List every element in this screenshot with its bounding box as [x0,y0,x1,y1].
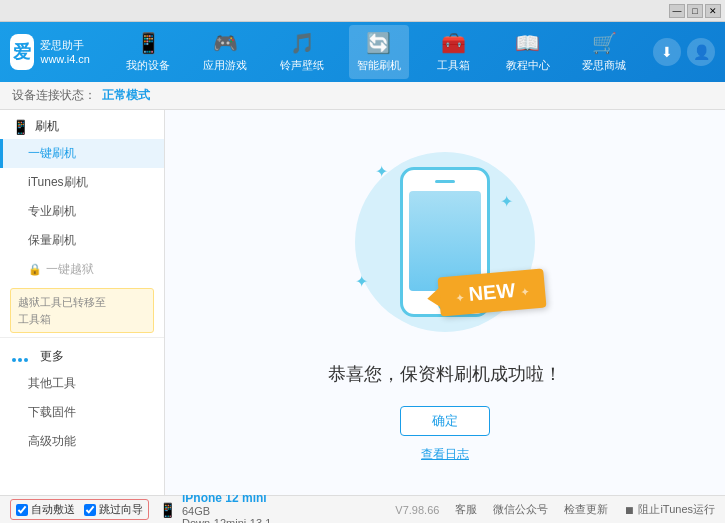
store-icon: 🛒 [592,31,617,55]
app-games-label: 应用游戏 [203,58,247,73]
device-info: 📱 iPhone 12 mini 64GB Down-12mini-13,1 [159,491,271,524]
skip-wizard-input[interactable] [84,504,96,516]
more-section-label: 更多 [40,348,64,365]
checkbox-group: 自动敷送 跳过向导 [10,499,149,520]
stop-itunes-icon: ⏹ [624,504,635,516]
device-model: Down-12mini-13,1 [182,517,271,524]
nav-store[interactable]: 🛒 爱思商城 [574,25,634,79]
more-section-icon [12,349,34,365]
maximize-button[interactable]: □ [687,4,703,18]
tutorial-icon: 📖 [515,31,540,55]
phone-illustration: ✦ ✦ ✦ ✦ NEW ✦ [345,142,545,342]
close-button[interactable]: ✕ [705,4,721,18]
app-games-icon: 🎮 [213,31,238,55]
sidebar-pro-flash[interactable]: 专业刷机 [0,197,164,226]
logo-text: 爱思助手 www.i4.cn [40,38,90,67]
auto-send-input[interactable] [16,504,28,516]
status-bar: 设备连接状态： 正常模式 [0,82,725,110]
download-button[interactable]: ⬇ [653,38,681,66]
account-button[interactable]: 👤 [687,38,715,66]
sidebar: 📱 刷机 一键刷机 iTunes刷机 专业刷机 保量刷机 🔒 一键越狱 越狱工具… [0,110,165,495]
sidebar-download-fw[interactable]: 下载固件 [0,398,164,427]
logo-icon: 爱 [10,34,34,70]
jailbreak-label: 一键越狱 [46,261,94,278]
stop-itunes-label: 阻止iTunes运行 [638,502,715,517]
flash-section-icon: 📱 [12,119,29,135]
sidebar-itunes-flash[interactable]: iTunes刷机 [0,168,164,197]
sidebar-notice: 越狱工具已转移至工具箱 [10,288,154,333]
auto-send-checkbox[interactable]: 自动敷送 [16,502,75,517]
bottom-bar: 自动敷送 跳过向导 📱 iPhone 12 mini 64GB Down-12m… [0,495,725,523]
toolbox-icon: 🧰 [441,31,466,55]
nav-tutorial[interactable]: 📖 教程中心 [498,25,558,79]
version-label: V7.98.66 [395,504,439,516]
toolbox-label: 工具箱 [437,58,470,73]
auto-send-label: 自动敷送 [31,502,75,517]
ringtones-label: 铃声壁纸 [280,58,324,73]
bottom-right: V7.98.66 客服 微信公众号 检查更新 ⏹ 阻止iTunes运行 [395,502,715,517]
device-storage: 64GB [182,505,271,517]
nav-app-games[interactable]: 🎮 应用游戏 [195,25,255,79]
more-section-title: 更多 [0,342,164,369]
sidebar-advanced[interactable]: 高级功能 [0,427,164,456]
lock-icon: 🔒 [28,263,42,276]
header-right: ⬇ 👤 [653,38,715,66]
new-badge: ✦ NEW ✦ [438,268,547,316]
header: 爱 爱思助手 www.i4.cn 📱 我的设备 🎮 应用游戏 🎵 铃声壁纸 🔄 … [0,22,725,82]
nav-toolbox[interactable]: 🧰 工具箱 [426,25,481,79]
status-label: 设备连接状态： [12,87,96,104]
check-update-link[interactable]: 检查更新 [564,502,608,517]
device-phone-icon: 📱 [159,502,176,518]
my-device-label: 我的设备 [126,58,170,73]
bottom-left: 自动敷送 跳过向导 📱 iPhone 12 mini 64GB Down-12m… [10,491,271,524]
content-area: ✦ ✦ ✦ ✦ NEW ✦ 恭喜您，保资料刷机成功啦！ 确定 查看日志 [165,110,725,495]
skip-wizard-checkbox[interactable]: 跳过向导 [84,502,143,517]
support-link[interactable]: 客服 [455,502,477,517]
sidebar-jailbreak: 🔒 一键越狱 [0,255,164,284]
sidebar-one-key-flash[interactable]: 一键刷机 [0,139,164,168]
logo[interactable]: 爱 爱思助手 www.i4.cn [10,34,90,70]
stop-itunes-button[interactable]: ⏹ 阻止iTunes运行 [624,502,715,517]
main-layout: 📱 刷机 一键刷机 iTunes刷机 专业刷机 保量刷机 🔒 一键越狱 越狱工具… [0,110,725,495]
store-label: 爱思商城 [582,58,626,73]
status-value: 正常模式 [102,87,150,104]
nav-ringtones[interactable]: 🎵 铃声壁纸 [272,25,332,79]
minimize-button[interactable]: — [669,4,685,18]
wechat-link[interactable]: 微信公众号 [493,502,548,517]
smart-flash-icon: 🔄 [366,31,391,55]
sparkle-3: ✦ [355,272,368,291]
sparkle-1: ✦ [375,162,388,181]
ringtones-icon: 🎵 [290,31,315,55]
sparkle-2: ✦ [500,192,513,211]
title-bar: — □ ✕ [0,0,725,22]
flash-section-label: 刷机 [35,118,59,135]
sidebar-divider [0,337,164,338]
success-message: 恭喜您，保资料刷机成功啦！ [328,362,562,386]
tutorial-label: 教程中心 [506,58,550,73]
phone-speaker [435,180,455,183]
confirm-button[interactable]: 确定 [400,406,490,436]
my-device-icon: 📱 [136,31,161,55]
sidebar-save-flash[interactable]: 保量刷机 [0,226,164,255]
smart-flash-label: 智能刷机 [357,58,401,73]
flash-section-title: 📱 刷机 [0,110,164,139]
skip-wizard-label: 跳过向导 [99,502,143,517]
nav-my-device[interactable]: 📱 我的设备 [118,25,178,79]
sidebar-other-tools[interactable]: 其他工具 [0,369,164,398]
nav-smart-flash[interactable]: 🔄 智能刷机 [349,25,409,79]
nav-items: 📱 我的设备 🎮 应用游戏 🎵 铃声壁纸 🔄 智能刷机 🧰 工具箱 📖 教程中心… [110,25,643,79]
view-log-link[interactable]: 查看日志 [421,446,469,463]
